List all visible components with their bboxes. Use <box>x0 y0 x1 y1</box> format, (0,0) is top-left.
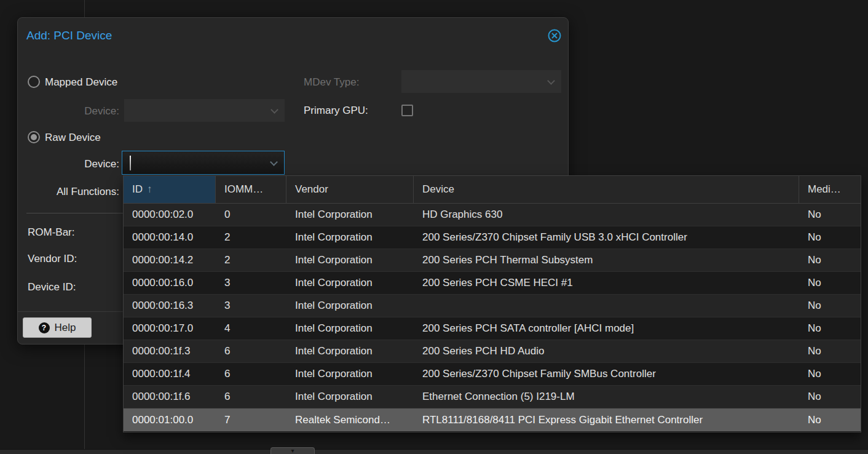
cell-vendor: Intel Corporation <box>286 204 414 226</box>
mapped-device-field-label: Device: <box>18 105 119 117</box>
table-row[interactable]: 0000:01:00.07Realtek Semicond…RTL8111/81… <box>124 408 861 431</box>
cell-iommu: 3 <box>216 295 286 317</box>
mapped-device-radio-label: Mapped Device <box>45 76 117 89</box>
mdev-type-label: MDev Type: <box>304 76 359 89</box>
chevron-down-icon <box>547 77 555 85</box>
vendor-id-label: Vendor ID: <box>28 253 77 265</box>
table-row[interactable]: 0000:00:14.22Intel Corporation200 Series… <box>124 249 861 272</box>
cell-iommu: 4 <box>216 317 286 340</box>
cell-device: 200 Series/Z370 Chipset Family USB 3.0 x… <box>414 226 799 249</box>
cell-vendor: Intel Corporation <box>286 317 414 340</box>
cell-device: 200 Series PCH SATA controller [AHCI mod… <box>414 317 799 340</box>
cell-mediated: No <box>799 226 861 249</box>
cell-vendor: Intel Corporation <box>286 386 414 408</box>
cell-id: 0000:00:1f.4 <box>124 363 216 385</box>
mdev-type-combobox <box>401 70 561 93</box>
cell-mediated: No <box>799 204 861 226</box>
cell-vendor: Intel Corporation <box>286 340 414 362</box>
dialog-title: Add: PCI Device <box>26 29 112 42</box>
table-row[interactable]: 0000:00:1f.66Intel CorporationEthernet C… <box>124 386 861 408</box>
column-header-vendor[interactable]: Vendor <box>286 176 414 203</box>
cell-id: 0000:00:14.0 <box>124 226 216 249</box>
cell-id: 0000:01:00.0 <box>124 408 216 431</box>
cell-mediated: No <box>799 317 861 340</box>
cell-id: 0000:00:1f.3 <box>124 340 216 362</box>
text-cursor <box>130 156 131 170</box>
table-header-row: ID ↑ IOMM… Vendor Device Medi… <box>124 176 861 204</box>
column-header-mediated[interactable]: Medi… <box>799 176 861 203</box>
primary-gpu-label: Primary GPU: <box>304 105 368 117</box>
device-dropdown-table: ID ↑ IOMM… Vendor Device Medi… 0000:00:0… <box>123 175 861 432</box>
raw-device-field-label: Device: <box>18 158 119 170</box>
column-header-iommu[interactable]: IOMM… <box>216 176 286 203</box>
cell-iommu: 6 <box>216 340 286 362</box>
cell-iommu: 7 <box>216 408 286 431</box>
cell-iommu: 6 <box>216 386 286 408</box>
cell-device: Ethernet Connection (5) I219-LM <box>414 386 799 408</box>
cell-device: RTL8111/8168/8411 PCI Express Gigabit Et… <box>414 408 799 431</box>
cell-device <box>414 295 799 317</box>
cell-iommu: 0 <box>216 204 286 226</box>
cell-id: 0000:00:14.2 <box>124 249 216 271</box>
cell-device: 200 Series PCH HD Audio <box>414 340 799 362</box>
table-row[interactable]: 0000:00:16.03Intel Corporation200 Series… <box>124 272 861 295</box>
chevron-down-icon[interactable] <box>270 158 278 166</box>
column-header-id[interactable]: ID ↑ <box>124 176 216 203</box>
cell-mediated: No <box>799 386 861 408</box>
cell-id: 0000:00:16.0 <box>124 272 216 294</box>
column-header-device[interactable]: Device <box>414 176 799 203</box>
cell-vendor: Intel Corporation <box>286 295 414 317</box>
device-id-label: Device ID: <box>28 281 76 293</box>
cell-device: 200 Series PCH Thermal Subsystem <box>414 249 799 271</box>
cell-id: 0000:00:16.3 <box>124 295 216 317</box>
all-functions-label: All Functions: <box>18 186 119 198</box>
cell-iommu: 6 <box>216 363 286 385</box>
cell-vendor: Intel Corporation <box>286 226 414 249</box>
mapped-device-combobox <box>124 99 285 122</box>
rom-bar-label: ROM-Bar: <box>28 226 75 239</box>
help-button-label: Help <box>55 322 76 334</box>
table-body: 0000:00:02.00Intel CorporationHD Graphic… <box>124 204 861 431</box>
cell-device: 200 Series PCH CSME HECI #1 <box>414 272 799 294</box>
cell-iommu: 3 <box>216 272 286 294</box>
cell-mediated: No <box>799 363 861 385</box>
table-row[interactable]: 0000:00:02.00Intel CorporationHD Graphic… <box>124 204 861 226</box>
cell-iommu: 2 <box>216 249 286 271</box>
cell-id: 0000:00:1f.6 <box>124 386 216 408</box>
table-row[interactable]: 0000:00:1f.46Intel Corporation200 Series… <box>124 363 861 386</box>
cell-device: 200 Series/Z370 Chipset Family SMBus Con… <box>414 363 799 385</box>
cell-vendor: Realtek Semicond… <box>286 408 414 431</box>
cell-id: 0000:00:02.0 <box>124 204 216 226</box>
primary-gpu-checkbox[interactable] <box>401 105 413 116</box>
cell-id: 0000:00:17.0 <box>124 317 216 340</box>
sort-asc-icon: ↑ <box>147 183 152 196</box>
cell-mediated: No <box>799 295 861 317</box>
chevron-down-icon <box>270 106 278 114</box>
cell-mediated: No <box>799 272 861 294</box>
raw-device-radio-label: Raw Device <box>45 132 101 144</box>
table-row[interactable]: 0000:00:17.04Intel Corporation200 Series… <box>124 317 861 340</box>
cell-mediated: No <box>799 249 861 271</box>
panel-collapse-handle[interactable]: ▾ <box>270 447 315 454</box>
help-button[interactable]: ? Help <box>23 317 92 338</box>
cell-vendor: Intel Corporation <box>286 363 414 385</box>
help-icon: ? <box>39 322 50 333</box>
raw-device-combobox[interactable] <box>122 151 285 175</box>
raw-device-radio[interactable] <box>28 131 40 143</box>
mapped-device-radio[interactable] <box>28 76 40 88</box>
table-row[interactable]: 0000:00:1f.36Intel Corporation200 Series… <box>124 340 861 363</box>
cell-iommu: 2 <box>216 226 286 249</box>
table-row[interactable]: 0000:00:16.33Intel CorporationNo <box>124 295 861 317</box>
cell-vendor: Intel Corporation <box>286 272 414 294</box>
table-row[interactable]: 0000:00:14.02Intel Corporation200 Series… <box>124 226 861 249</box>
cell-vendor: Intel Corporation <box>286 249 414 271</box>
screen: ▾ Add: PCI Device Mapped Device Device: … <box>0 0 868 454</box>
background-bottom-panel <box>0 449 868 454</box>
close-icon[interactable] <box>548 29 561 42</box>
cell-mediated: No <box>799 340 861 362</box>
cell-device: HD Graphics 630 <box>414 204 799 226</box>
cell-mediated: No <box>799 408 861 431</box>
